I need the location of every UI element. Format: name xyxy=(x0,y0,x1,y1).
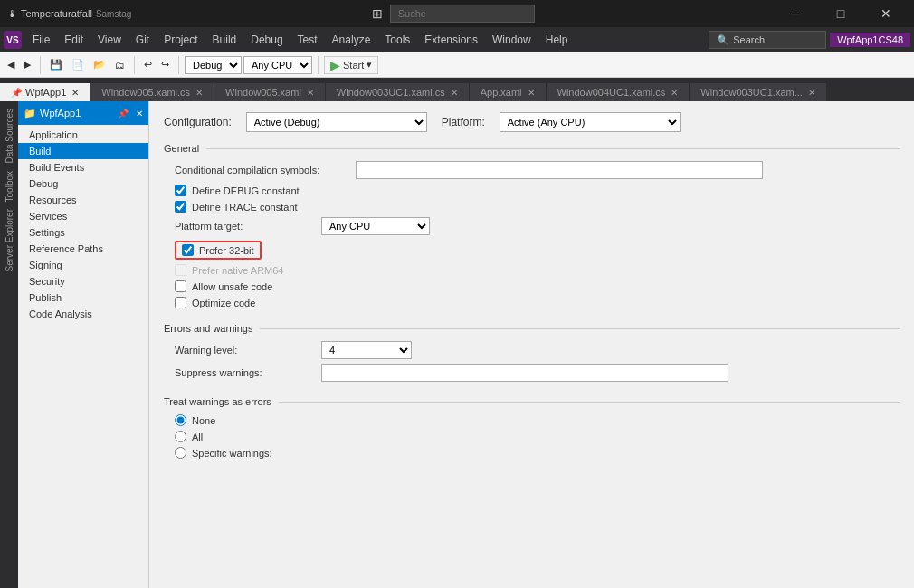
rail-data-sources[interactable]: Data Sources xyxy=(5,105,14,167)
menu-test[interactable]: Test xyxy=(290,30,325,50)
general-section-title: General xyxy=(164,143,900,154)
rail-toolbox[interactable]: Toolbox xyxy=(5,167,14,205)
tab-window004uc1cs[interactable]: Window004UC1.xaml.cs ✕ xyxy=(547,83,690,101)
back-button[interactable]: ◀ xyxy=(4,57,18,72)
errors-section-title: Errors and warnings xyxy=(164,323,900,334)
suppress-warnings-row: Suppress warnings: xyxy=(164,364,900,382)
errors-section: Errors and warnings Warning level: 4 Sup… xyxy=(164,323,900,382)
app-icon: 🌡 xyxy=(7,8,17,19)
nav-build[interactable]: Build xyxy=(18,143,148,159)
tab-wpfapp1-label: WpfApp1 xyxy=(25,87,66,98)
radio-specific[interactable] xyxy=(175,447,186,459)
define-trace-checkbox[interactable] xyxy=(175,201,186,213)
platform-value-select[interactable]: Active (Any CPU) xyxy=(500,112,681,132)
menu-git[interactable]: Git xyxy=(129,30,157,50)
radio-all[interactable] xyxy=(175,431,186,442)
new-project-button[interactable]: 🗂 xyxy=(111,58,129,72)
platform-label: Platform: xyxy=(442,116,485,128)
new-file-button[interactable]: 📄 xyxy=(68,57,88,72)
platform-target-label: Platform target: xyxy=(175,221,310,232)
close-button[interactable]: ✕ xyxy=(865,0,907,27)
config-label: Configuration: xyxy=(164,116,232,128)
config-row: Configuration: Active (Debug) Platform: … xyxy=(164,112,900,132)
menu-analyze[interactable]: Analyze xyxy=(325,30,378,50)
main-layout: Data Sources Toolbox Server Explorer 📁 W… xyxy=(0,101,914,588)
panel-close-icon[interactable]: ✕ xyxy=(136,109,143,119)
rail-server-explorer[interactable]: Server Explorer xyxy=(5,205,14,275)
tab-window003uc1-close[interactable]: ✕ xyxy=(808,88,815,98)
define-debug-checkbox[interactable] xyxy=(175,185,186,196)
tab-appxaml-close[interactable]: ✕ xyxy=(528,88,535,98)
vs-logo: VS xyxy=(4,31,22,49)
nav-build-events[interactable]: Build Events xyxy=(18,159,148,175)
allow-unsafe-row: Allow unsafe code xyxy=(164,280,900,292)
config-select[interactable]: Debug xyxy=(185,56,242,74)
nav-code-analysis[interactable]: Code Analysis xyxy=(18,306,148,322)
panel-pin-icon[interactable]: 📌 xyxy=(118,109,129,119)
tab-window005cs[interactable]: Window005.xaml.cs ✕ xyxy=(90,83,214,101)
suppress-warnings-input[interactable] xyxy=(321,364,728,382)
menu-edit[interactable]: Edit xyxy=(57,30,90,50)
redo-button[interactable]: ↪ xyxy=(157,57,173,72)
nav-services[interactable]: Services xyxy=(18,208,148,224)
title-bar-buttons: ─ □ ✕ xyxy=(775,0,907,27)
tab-wpfapp1-close[interactable]: ✕ xyxy=(71,88,79,98)
tab-window003uc1cs-close[interactable]: ✕ xyxy=(451,88,458,98)
menu-file[interactable]: File xyxy=(25,30,57,50)
optimize-code-checkbox[interactable] xyxy=(175,297,186,308)
tab-window003uc1cs[interactable]: Window003UC1.xaml.cs ✕ xyxy=(326,83,470,101)
menu-debug[interactable]: Debug xyxy=(243,30,290,50)
tab-wpfapp1[interactable]: 📌 WpfApp1 ✕ xyxy=(0,83,90,101)
menu-window[interactable]: Window xyxy=(485,30,538,50)
open-button[interactable]: 📂 xyxy=(90,57,109,72)
nav-publish[interactable]: Publish xyxy=(18,289,148,306)
tab-window005xaml[interactable]: Window005.xaml ✕ xyxy=(214,83,326,101)
warning-level-select[interactable]: 4 xyxy=(321,341,412,359)
nav-debug[interactable]: Debug xyxy=(18,175,148,192)
tab-bar: 📌 WpfApp1 ✕ Window005.xaml.cs ✕ Window00… xyxy=(0,78,914,101)
minimize-button[interactable]: ─ xyxy=(775,0,816,27)
nav-security[interactable]: Security xyxy=(18,273,148,289)
menu-bar: VS File Edit View Git Project Build Debu… xyxy=(0,27,914,52)
tab-appxaml[interactable]: App.xaml ✕ xyxy=(470,83,547,101)
undo-button[interactable]: ↩ xyxy=(140,57,156,72)
title-search-input[interactable] xyxy=(390,5,535,23)
radio-none[interactable] xyxy=(175,414,186,426)
platform-target-select[interactable]: Any CPU xyxy=(321,217,430,235)
menu-project[interactable]: Project xyxy=(157,30,205,50)
menu-build[interactable]: Build xyxy=(205,30,244,50)
tab-window003uc1[interactable]: Window003UC1.xam... ✕ xyxy=(690,83,827,101)
radio-specific-row: Specific warnings: xyxy=(164,447,900,459)
menu-view[interactable]: View xyxy=(90,30,129,50)
nav-application[interactable]: Application xyxy=(18,127,148,143)
nav-settings[interactable]: Settings xyxy=(18,224,148,241)
save-button[interactable]: 💾 xyxy=(46,57,66,72)
conditional-input[interactable] xyxy=(356,161,763,179)
prefer-native-row: Prefer native ARM64 xyxy=(164,264,900,276)
tab-window005cs-close[interactable]: ✕ xyxy=(195,88,203,98)
nav-resources[interactable]: Resources xyxy=(18,192,148,208)
config-value-select[interactable]: Active (Debug) xyxy=(246,112,427,132)
maximize-button[interactable]: □ xyxy=(820,0,862,27)
nav-signing[interactable]: Signing xyxy=(18,257,148,273)
toolbar-sep-3 xyxy=(178,56,179,74)
platform-select[interactable]: Any CPU xyxy=(243,56,312,74)
pin-icon: 📌 xyxy=(11,88,22,98)
prefer-native-checkbox[interactable] xyxy=(175,264,186,276)
prefer-32bit-checkbox[interactable] xyxy=(182,244,194,256)
nav-reference-paths[interactable]: Reference Paths xyxy=(18,241,148,257)
menu-tools[interactable]: Tools xyxy=(377,30,417,50)
allow-unsafe-checkbox[interactable] xyxy=(175,280,186,292)
title-day: Samstag xyxy=(96,9,131,19)
start-button[interactable]: ▶ Start ▾ xyxy=(324,56,378,74)
account-badge[interactable]: WpfApp1CS48 xyxy=(830,33,910,47)
search-bar[interactable]: 🔍 Search xyxy=(709,31,826,49)
tab-window004uc1cs-close[interactable]: ✕ xyxy=(671,88,678,98)
menu-help[interactable]: Help xyxy=(538,30,576,50)
forward-button[interactable]: ▶ xyxy=(20,57,34,72)
menu-extensions[interactable]: Extensions xyxy=(417,30,485,50)
radio-all-label: All xyxy=(192,432,203,442)
tab-window005xaml-close[interactable]: ✕ xyxy=(307,88,314,98)
warning-level-label: Warning level: xyxy=(175,345,310,356)
prefer-32bit-row: Prefer 32-bit xyxy=(164,241,900,260)
